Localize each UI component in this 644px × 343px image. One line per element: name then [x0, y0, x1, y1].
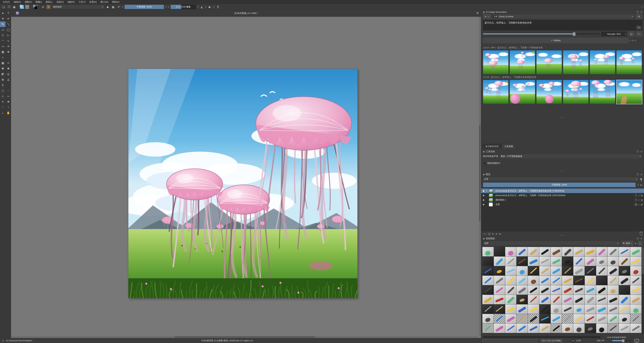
- zoom-slider[interactable]: [612, 340, 632, 341]
- brush-preset-cell[interactable]: [505, 323, 516, 333]
- brush-preset-cell[interactable]: [608, 323, 619, 333]
- brush-preset-cell[interactable]: [516, 285, 528, 295]
- blending-mode-combo[interactable]: 线性加深 ▼: [52, 5, 104, 9]
- layer-row[interactable]: ◉⌐背景α▦: [481, 202, 644, 207]
- color-sampler-tool[interactable]: ✑: [6, 60, 11, 66]
- layer-row[interactable]: ◉⌐颜料图层 1α▦: [481, 198, 644, 202]
- polygon-select-tool[interactable]: ◇: [0, 94, 6, 99]
- brush-preset-cell[interactable]: [539, 314, 550, 323]
- rectangle-tool[interactable]: ▭: [0, 27, 6, 33]
- layer-lock-icon[interactable]: [635, 195, 637, 197]
- language-badge[interactable]: ZH: [636, 26, 641, 29]
- brush-preset-cell[interactable]: [516, 314, 528, 323]
- brush-preset-cell[interactable]: [494, 276, 505, 285]
- brush-preset-cell[interactable]: [539, 323, 550, 333]
- brush-preset-cell[interactable]: [619, 276, 630, 285]
- float-docker-icon[interactable]: ❐: [636, 11, 638, 13]
- brush-preset-cell[interactable]: [596, 295, 608, 304]
- similar-select-tool[interactable]: ✴: [0, 99, 6, 105]
- brush-preset-cell[interactable]: [539, 285, 550, 295]
- brush-preset-cell[interactable]: [562, 256, 573, 266]
- chevron-down-icon[interactable]: ▼: [122, 6, 123, 8]
- generation-thumbnail[interactable]: [563, 80, 589, 104]
- add-text-prompt-button[interactable]: T₊: [636, 31, 642, 37]
- brush-preset-cell[interactable]: [482, 314, 494, 323]
- layer-style-icon[interactable]: ▦: [641, 190, 643, 192]
- layer-list-menu-icon[interactable]: ≡▾: [640, 183, 642, 186]
- brush-preset-cell[interactable]: [494, 247, 505, 256]
- brush-preset-cell[interactable]: [551, 247, 562, 256]
- brush-preset-cell[interactable]: [619, 304, 630, 314]
- move-tool[interactable]: ✥: [6, 49, 11, 55]
- generation-thumbnail[interactable]: ★: [510, 50, 535, 74]
- brush-preset-cell[interactable]: [516, 266, 528, 275]
- ellipse-select-tool[interactable]: ◌: [6, 88, 11, 94]
- zoom-tool[interactable]: ⌕: [0, 110, 6, 116]
- brush-preset-cell[interactable]: [516, 304, 528, 314]
- eraser-mode-button[interactable]: ◆: [106, 5, 110, 9]
- tab-tool-options[interactable]: 工具选项: [501, 144, 516, 149]
- brush-preset-cell[interactable]: [619, 295, 630, 304]
- smart-patch-tool[interactable]: ✖: [6, 66, 11, 71]
- toolbar-overflow-icon[interactable]: »: [642, 6, 643, 8]
- mirror-vertical-button[interactable]: ◭: [200, 5, 204, 9]
- preserve-alpha-button[interactable]: ▦: [111, 5, 115, 9]
- brush-preset-cell[interactable]: [585, 247, 596, 256]
- brush-preset-cell[interactable]: [505, 285, 516, 295]
- layer-alpha-lock-icon[interactable]: α: [638, 203, 640, 206]
- brush-preset-cell[interactable]: [494, 323, 505, 333]
- magnetic-select-tool[interactable]: ❖: [6, 99, 11, 105]
- brush-view-mode-button[interactable]: ▯: [638, 241, 642, 246]
- menu-item[interactable]: 视图(V): [23, 0, 34, 4]
- starred-result-icon[interactable]: ★: [504, 80, 508, 85]
- calligraphy-tool[interactable]: ✒: [6, 16, 11, 22]
- brush-preset-cell[interactable]: [494, 266, 505, 275]
- generation-thumbnail[interactable]: [510, 80, 535, 104]
- brush-preset-cell[interactable]: [516, 256, 528, 266]
- brush-preset-cell[interactable]: [539, 247, 550, 256]
- layer-style-icon[interactable]: ▦: [641, 194, 643, 197]
- opacity-spinner[interactable]: ▲▼: [166, 6, 167, 8]
- layer-lock-icon[interactable]: [635, 204, 637, 206]
- brush-preset-cell[interactable]: [608, 256, 619, 266]
- apply-as-layer-button[interactable]: ❏₊: [628, 31, 634, 37]
- reference-images-tool[interactable]: ⚲: [0, 82, 6, 88]
- layer-visibility-eye-icon[interactable]: ◉: [482, 194, 484, 197]
- style-combo[interactable]: 1.5 Comic & Anime ▼: [492, 14, 634, 19]
- float-docker-icon[interactable]: ❐: [636, 150, 638, 153]
- brush-preset-cell[interactable]: [573, 256, 584, 266]
- brush-tag-filter-combo[interactable]: 全部 ▼: [483, 241, 620, 246]
- brush-preset-cell[interactable]: [619, 314, 630, 323]
- chevron-down-icon[interactable]: ▼: [205, 6, 207, 8]
- brush-preset-cell[interactable]: [528, 247, 539, 256]
- layer-lock-icon[interactable]: [635, 190, 637, 192]
- starred-result-icon[interactable]: ★: [531, 51, 534, 55]
- brush-preset-cell[interactable]: [528, 285, 539, 295]
- brush-preset-cell[interactable]: [562, 266, 573, 275]
- close-docker-icon[interactable]: ✕: [640, 173, 642, 176]
- zoom-slider-handle[interactable]: [622, 339, 624, 342]
- brush-preset-cell[interactable]: [482, 323, 494, 333]
- generation-thumbnail[interactable]: [536, 80, 562, 104]
- opacity-slider[interactable]: 不透明度: 100%: [124, 5, 164, 9]
- brush-preset-cell[interactable]: [516, 323, 528, 333]
- freehand-brush-tool[interactable]: ✎: [0, 22, 6, 27]
- brush-preset-cell[interactable]: [528, 295, 539, 304]
- gradient-tool[interactable]: ▩: [0, 60, 6, 66]
- brush-preset-cell[interactable]: [619, 285, 630, 295]
- rect-select-tool[interactable]: ▢: [0, 88, 6, 94]
- layer-alpha-lock-icon[interactable]: α: [638, 194, 640, 197]
- brush-preset-cell[interactable]: [630, 256, 642, 266]
- float-docker-icon[interactable]: ❐: [636, 173, 638, 176]
- menu-item[interactable]: 选择(S): [54, 0, 66, 4]
- generation-thumbnail[interactable]: ★: [483, 80, 508, 104]
- generation-thumbnail[interactable]: [590, 80, 615, 104]
- brush-preset-cell[interactable]: [505, 295, 516, 304]
- pan-tool[interactable]: ✋: [6, 110, 11, 116]
- brush-preset-cell[interactable]: [539, 276, 550, 285]
- brush-preset-cell[interactable]: [482, 276, 494, 285]
- close-docker-icon[interactable]: ✕: [640, 150, 642, 153]
- brush-preset-cell[interactable]: [482, 304, 494, 314]
- new-document-button[interactable]: ❏: [1, 5, 6, 9]
- splitter-handle[interactable]: ▪▪▪▪▪▪: [481, 170, 644, 172]
